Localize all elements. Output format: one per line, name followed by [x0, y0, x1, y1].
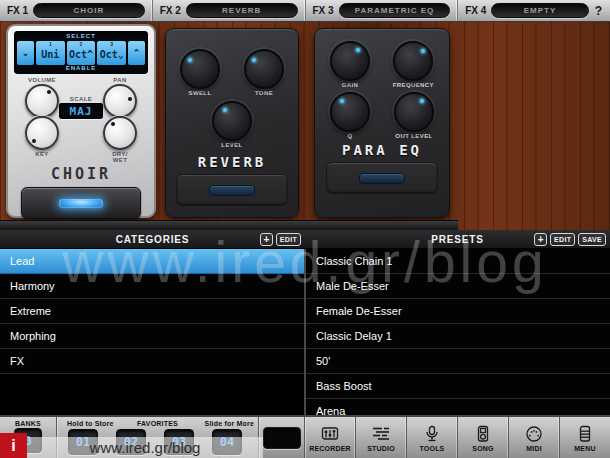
watermark-text-small: www.ired.gr/blog: [27, 437, 263, 458]
key-knob[interactable]: [25, 116, 59, 150]
song-label: SONG: [472, 445, 493, 452]
dry-wet-knob[interactable]: [103, 116, 137, 150]
pedalboard-stage: SELECT ⌄ 1 Uni 2 Oct^ 3 Oct⌄ ⌃: [0, 22, 610, 230]
microphone-icon: [422, 425, 442, 443]
menu-label: MENU: [574, 445, 595, 452]
knob-indicator: [252, 58, 256, 62]
knob-indicator: [188, 58, 192, 62]
out-level-knob[interactable]: [394, 92, 434, 132]
recorder-button[interactable]: RECORDER: [305, 417, 356, 458]
volume-knob[interactable]: [25, 84, 59, 118]
add-category-button[interactable]: +: [260, 233, 273, 246]
knob-indicator: [223, 108, 227, 112]
preset-row[interactable]: Classic Chain 1: [306, 249, 610, 274]
edit-categories-button[interactable]: EDIT: [276, 233, 301, 246]
fx2-effect-button[interactable]: REVERB: [186, 3, 298, 18]
mixer-icon: [320, 425, 340, 443]
tools-label: TOOLS: [420, 445, 445, 452]
select-label: SELECT: [17, 33, 145, 40]
level-knob[interactable]: [212, 101, 252, 141]
gain-knob[interactable]: [330, 41, 370, 81]
preset-row[interactable]: Arena: [306, 399, 610, 415]
para-eq-footswitch[interactable]: [326, 162, 438, 194]
reverb-pedal-name: REVERB: [166, 154, 298, 170]
categories-title: CATEGORIES: [116, 234, 189, 245]
preset-row[interactable]: Classic Delay 1: [306, 324, 610, 349]
song-button[interactable]: SONG: [458, 417, 509, 458]
fx4-effect-button[interactable]: EMPTY: [491, 3, 588, 18]
pan-knob[interactable]: [103, 84, 137, 118]
fx-slot-3: FX 3 PARAMETRIC EQ: [306, 0, 459, 21]
preset-row[interactable]: Female De-Esser: [306, 299, 610, 324]
add-preset-button[interactable]: +: [534, 233, 547, 246]
preset-row[interactable]: Bass Boost: [306, 374, 610, 399]
scale-value[interactable]: MAJ: [59, 103, 103, 119]
fx-slot-2: FX 2 REVERB: [153, 0, 306, 21]
midi-button[interactable]: MIDI: [509, 417, 560, 458]
list-headers: CATEGORIES + EDIT PRESETS + EDIT SAVE: [0, 230, 610, 249]
category-row-lead[interactable]: Lead: [0, 249, 304, 274]
tone-knob[interactable]: [244, 49, 284, 89]
knob-indicator: [421, 49, 425, 53]
studio-button[interactable]: STUDIO: [356, 417, 407, 458]
help-icon[interactable]: ?: [594, 4, 603, 18]
tone-label: TONE: [255, 90, 273, 96]
preset-row[interactable]: Male De-Esser: [306, 274, 610, 299]
fx1-effect-button[interactable]: CHOIR: [33, 3, 145, 18]
reverb-pedal: SWELL TONE LEVEL REVERB: [165, 28, 299, 218]
fx3-effect-button[interactable]: PARAMETRIC EQ: [339, 3, 451, 18]
out-level-label: OUT LEVEL: [395, 133, 432, 139]
nav-section: RECORDER STUDIO: [305, 417, 610, 458]
voice-cell-2[interactable]: 2 Oct^: [67, 41, 96, 65]
voice-cell-1[interactable]: 1 Uni: [36, 41, 65, 65]
midi-label: MIDI: [526, 445, 542, 452]
frequency-label: FREQUENCY: [393, 82, 434, 88]
knob-indicator: [47, 90, 51, 94]
menu-button[interactable]: MENU: [560, 417, 610, 458]
knob-indicator: [32, 139, 36, 143]
choir-pedal: SELECT ⌄ 1 Uni 2 Oct^ 3 Oct⌄ ⌃: [6, 24, 156, 218]
choir-pedal-name: CHOIR: [8, 165, 154, 183]
para-eq-pedal: GAIN FREQUENCY Q: [314, 28, 450, 218]
category-row-extreme[interactable]: Extreme: [0, 299, 304, 324]
categories-list: Lead Harmony Extreme Morphing FX: [0, 249, 304, 415]
fx-slot-4: FX 4 EMPTY ?: [458, 0, 610, 21]
preset-row[interactable]: 50': [306, 349, 610, 374]
voice1-value: Uni: [41, 47, 59, 62]
knob-indicator: [340, 99, 344, 103]
scale-display: SCALE MAJ: [59, 96, 103, 119]
frequency-knob[interactable]: [393, 41, 433, 81]
voice-select-down-icon[interactable]: ⌄: [17, 41, 34, 65]
voice-select-up-icon[interactable]: ⌃: [128, 41, 145, 65]
key-label: KEY: [35, 151, 49, 157]
reverb-footswitch[interactable]: [176, 174, 288, 206]
save-preset-button[interactable]: SAVE: [578, 233, 606, 246]
voice3-value: Oct⌄: [100, 47, 124, 62]
list-divider: [304, 249, 306, 415]
edit-presets-button[interactable]: EDIT: [550, 233, 575, 246]
presets-header: PRESETS + EDIT SAVE: [305, 230, 610, 249]
category-row-harmony[interactable]: Harmony: [0, 274, 304, 299]
para-eq-led-off: [359, 173, 405, 184]
choir-led-on: [59, 199, 103, 208]
swell-knob[interactable]: [180, 49, 220, 89]
categories-header: CATEGORIES + EDIT: [0, 230, 305, 249]
category-row-morphing[interactable]: Morphing: [0, 324, 304, 349]
recorder-label: RECORDER: [309, 445, 351, 452]
fx1-label: FX 1: [7, 5, 28, 16]
fx-slot-bar: FX 1 CHOIR FX 2 REVERB FX 3 PARAMETRIC E…: [0, 0, 610, 22]
media-player-icon: [473, 425, 493, 443]
slide-for-more-label: Slide for More: [205, 420, 254, 427]
category-row-fx[interactable]: FX: [0, 349, 304, 374]
para-eq-pedal-name: PARA EQ: [315, 142, 449, 158]
dry-wet-line2: WET: [113, 157, 128, 163]
choir-footswitch[interactable]: [21, 187, 141, 219]
banks-label: BANKS: [0, 420, 56, 427]
fx3-label: FX 3: [313, 5, 334, 16]
reverb-led-off: [209, 185, 255, 196]
tools-button[interactable]: TOOLS: [407, 417, 458, 458]
voice-cell-3[interactable]: 3 Oct⌄: [97, 41, 126, 65]
q-knob[interactable]: [330, 92, 370, 132]
q-label: Q: [347, 133, 352, 139]
knob-indicator: [111, 122, 115, 126]
